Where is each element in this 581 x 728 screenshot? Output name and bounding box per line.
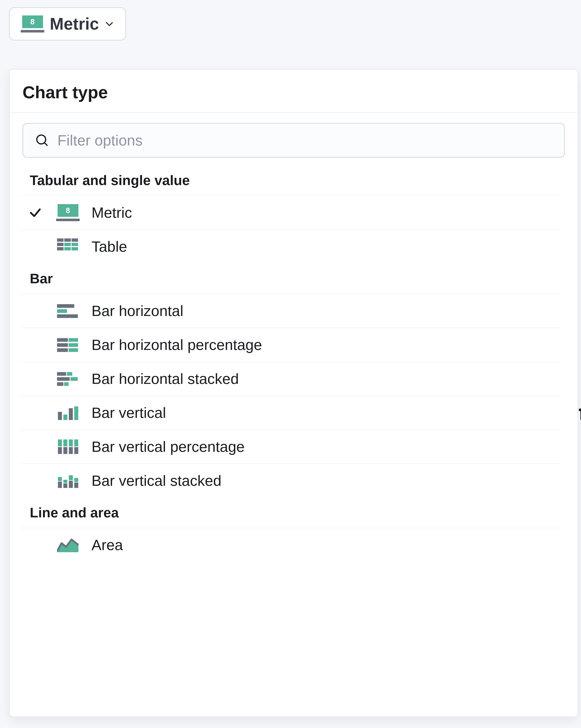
option-label: Area (91, 537, 123, 553)
svg-rect-13 (57, 314, 78, 318)
bar_h-icon (57, 303, 79, 319)
search-icon (35, 133, 49, 148)
chevron-down-icon (104, 19, 114, 29)
chart-type-trigger[interactable]: 8 Metric (9, 7, 126, 41)
svg-rect-36 (74, 439, 78, 446)
metric-icon: 8 (21, 16, 44, 32)
svg-rect-24 (57, 382, 63, 386)
option-label: Bar vertical (91, 404, 166, 421)
popover-header: Chart type (10, 70, 578, 113)
bar_v-icon (57, 405, 79, 421)
svg-rect-7 (72, 243, 78, 246)
svg-rect-16 (57, 343, 68, 347)
icon-slot (55, 303, 81, 319)
check-icon (28, 206, 42, 219)
option-label: Bar vertical percentage (91, 438, 244, 455)
option-metric[interactable]: 8Metric (21, 196, 560, 229)
svg-rect-4 (72, 238, 78, 242)
icon-slot (55, 337, 81, 353)
svg-rect-18 (57, 348, 68, 352)
chart-type-selected-label: Metric (50, 14, 99, 33)
svg-rect-25 (64, 382, 69, 386)
svg-rect-14 (57, 338, 68, 342)
svg-rect-38 (58, 482, 62, 488)
icon-slot (55, 439, 81, 455)
svg-rect-34 (69, 439, 73, 446)
filter-options-input[interactable] (57, 132, 552, 149)
svg-rect-17 (69, 343, 78, 347)
svg-line-1 (45, 143, 47, 146)
bar_v_pct-icon (57, 439, 79, 455)
svg-rect-23 (71, 377, 78, 381)
svg-rect-11 (57, 304, 74, 308)
option-label: Bar horizontal (91, 302, 183, 319)
icon-slot (55, 537, 81, 553)
option-table[interactable]: Table (21, 229, 560, 263)
svg-rect-30 (58, 439, 62, 446)
svg-rect-33 (63, 447, 68, 454)
bar_h_stk-icon (57, 371, 79, 387)
option-bar_horizontal_stacked[interactable]: Bar horizontal stacked (21, 362, 560, 395)
svg-rect-44 (74, 483, 78, 488)
svg-rect-40 (63, 484, 68, 488)
svg-rect-32 (63, 439, 68, 446)
svg-rect-29 (74, 407, 78, 420)
icon-slot (55, 472, 81, 489)
svg-rect-41 (63, 480, 68, 483)
option-label: Bar vertical stacked (91, 472, 221, 489)
filter-options-field[interactable] (23, 123, 565, 158)
svg-rect-28 (69, 408, 73, 420)
bar_h_pct-icon (57, 337, 79, 353)
group-label: Tabular and single value (21, 165, 560, 196)
bar_v_stk-icon (57, 472, 79, 489)
svg-rect-9 (64, 247, 71, 251)
popover-title: Chart type (23, 82, 565, 102)
svg-rect-3 (64, 238, 71, 242)
table-icon (57, 238, 79, 255)
svg-rect-45 (74, 478, 78, 482)
clipped-text-fragment: t (579, 399, 581, 427)
svg-rect-35 (69, 447, 73, 454)
svg-rect-19 (69, 348, 78, 352)
svg-point-0 (37, 135, 46, 144)
svg-rect-21 (67, 372, 72, 376)
group-label: Bar (21, 263, 560, 294)
svg-rect-10 (72, 247, 78, 251)
metric-badge-number: 8 (30, 18, 34, 26)
option-bar_vertical[interactable]: Bar vertical (21, 395, 560, 430)
option-bar_horizontal[interactable]: Bar horizontal (21, 294, 560, 328)
icon-slot: 8 (55, 204, 81, 221)
option-label: Bar horizontal percentage (91, 336, 262, 354)
svg-rect-42 (69, 481, 73, 488)
area-icon (57, 537, 79, 553)
icon-slot (55, 238, 81, 255)
icon-slot (55, 405, 81, 421)
option-label: Metric (91, 204, 132, 221)
svg-rect-26 (58, 412, 62, 420)
metric-icon: 8 (56, 204, 80, 221)
svg-rect-2 (57, 238, 63, 242)
svg-rect-43 (69, 475, 73, 480)
chart-type-list[interactable]: Tabular and single value8MetricTableBarB… (21, 165, 571, 711)
svg-rect-31 (58, 447, 62, 454)
option-bar_vertical_percentage[interactable]: Bar vertical percentage (21, 430, 560, 463)
svg-rect-22 (57, 377, 70, 381)
svg-rect-15 (69, 338, 78, 342)
svg-rect-12 (57, 309, 67, 313)
chart-type-popover: Chart type Tabular and single value8Metr… (9, 69, 578, 717)
svg-rect-5 (57, 243, 63, 246)
svg-rect-6 (64, 243, 71, 246)
svg-rect-37 (74, 447, 78, 454)
option-area[interactable]: Area (21, 528, 560, 562)
icon-slot (55, 371, 81, 387)
option-label: Bar horizontal stacked (91, 370, 239, 387)
group-label: Line and area (21, 497, 560, 528)
option-label: Table (91, 238, 127, 255)
svg-rect-27 (63, 415, 68, 420)
svg-rect-20 (57, 372, 66, 376)
option-bar_vertical_stacked[interactable]: Bar vertical stacked (21, 463, 560, 497)
svg-rect-39 (58, 477, 62, 481)
svg-rect-8 (57, 247, 63, 251)
option-bar_horizontal_percentage[interactable]: Bar horizontal percentage (21, 328, 560, 362)
check-slot (26, 206, 44, 219)
